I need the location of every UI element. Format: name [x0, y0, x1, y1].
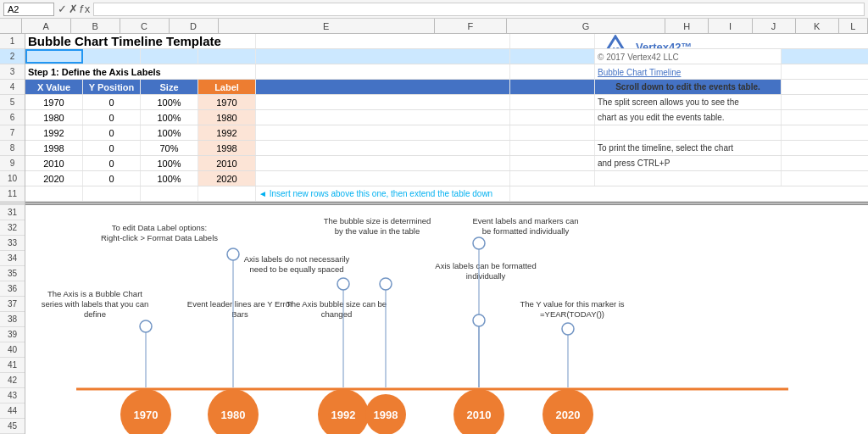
- annotation-axis-bubble1: The Axis is a Bubble Chart: [47, 289, 142, 298]
- cell-a8[interactable]: 1998: [25, 141, 83, 155]
- col-header-k[interactable]: K: [796, 19, 839, 33]
- cell-a6[interactable]: 1980: [25, 110, 83, 125]
- row-num-5[interactable]: 5: [0, 95, 25, 110]
- table-row: 1970 0 100% 1970 The split screen allows…: [25, 95, 868, 110]
- cell-c9[interactable]: 100%: [141, 156, 198, 170]
- row-num-11[interactable]: 11: [0, 186, 25, 202]
- column-headers: A B C D E F G H I J K L: [0, 19, 868, 34]
- title-cell[interactable]: Bubble Chart Timeline Template: [25, 34, 256, 48]
- checkmark-icon[interactable]: ✓: [58, 3, 67, 15]
- row-num-10[interactable]: 10: [0, 171, 25, 186]
- cell-c8[interactable]: 70%: [141, 141, 198, 155]
- cell-e1: [256, 34, 510, 48]
- cell-c10[interactable]: 100%: [141, 171, 198, 186]
- header-x: X Value: [25, 80, 83, 94]
- col-header-g[interactable]: G: [507, 19, 665, 33]
- cell-e2[interactable]: [256, 49, 510, 64]
- annotation-event-labels2: be formatted individually: [482, 226, 570, 236]
- cell-b2[interactable]: [83, 49, 141, 64]
- cell-a9[interactable]: 2010: [25, 156, 83, 170]
- function-icon[interactable]: f: [80, 3, 83, 15]
- row-num-4[interactable]: 4: [0, 80, 25, 95]
- cell-g7: [595, 125, 782, 140]
- cell-c2[interactable]: [141, 49, 198, 64]
- cell-f6: [510, 110, 595, 125]
- grid-body: 1 2 3 4 5 6 7 8 9 10 11 31 32 33 34 35 3…: [0, 34, 868, 434]
- cell-c5[interactable]: 100%: [141, 95, 198, 109]
- cell-b10[interactable]: 0: [83, 171, 141, 186]
- cell-d8[interactable]: 1998: [198, 141, 256, 155]
- cell-g3-link[interactable]: Bubble Chart Timeline: [595, 64, 782, 79]
- row-num-40[interactable]: 40: [0, 342, 25, 358]
- col-header-c[interactable]: C: [120, 19, 170, 33]
- cell-c6[interactable]: 100%: [141, 110, 198, 125]
- row-num-36[interactable]: 36: [0, 281, 25, 297]
- logo-cell: 42 Vertex42™: [595, 34, 866, 48]
- cell-a10[interactable]: 2020: [25, 171, 83, 186]
- row-num-9[interactable]: 9: [0, 156, 25, 171]
- row-num-1[interactable]: 1: [0, 34, 25, 49]
- row-num-38[interactable]: 38: [0, 312, 25, 327]
- formula-input[interactable]: [93, 3, 865, 16]
- col-header-e[interactable]: E: [219, 19, 435, 33]
- cell-a5[interactable]: 1970: [25, 95, 83, 109]
- event-marker-1970: [140, 320, 152, 332]
- cell-g6-info3: chart as you edit the events table.: [595, 110, 782, 125]
- cell-reference-input[interactable]: A2: [3, 3, 54, 16]
- grid-content: Bubble Chart Timeline Template 42: [25, 34, 868, 434]
- cell-b9[interactable]: 0: [83, 156, 141, 170]
- vertex42-link[interactable]: Bubble Chart Timeline: [598, 68, 681, 77]
- cell-d10[interactable]: 2020: [198, 171, 256, 186]
- cell-a7[interactable]: 1992: [25, 125, 83, 140]
- selected-cell-a2[interactable]: [25, 49, 83, 64]
- row-num-7[interactable]: 7: [0, 125, 25, 141]
- cell-b6[interactable]: 0: [83, 110, 141, 125]
- row-num-43[interactable]: 43: [0, 388, 25, 403]
- row-num-8[interactable]: 8: [0, 141, 25, 156]
- row-num-37[interactable]: 37: [0, 297, 25, 312]
- cell-e8: [256, 141, 510, 155]
- row-num-39[interactable]: 39: [0, 327, 25, 342]
- row-num-35[interactable]: 35: [0, 266, 25, 281]
- row-num-6[interactable]: 6: [0, 110, 25, 125]
- cell-d2[interactable]: [198, 49, 256, 64]
- row-num-2[interactable]: 2: [0, 49, 25, 64]
- formula-icons: ✓ ✗ f x: [58, 3, 90, 15]
- row-num-31[interactable]: 31: [0, 205, 25, 220]
- row-num-42[interactable]: 42: [0, 373, 25, 388]
- row-num-45[interactable]: 45: [0, 419, 25, 434]
- annotation-axis-bubble-size2: changed: [321, 309, 352, 319]
- col-header-f[interactable]: F: [435, 19, 507, 33]
- cancel-icon[interactable]: ✗: [69, 3, 78, 15]
- cell-d7[interactable]: 1992: [198, 125, 256, 140]
- row-num-41[interactable]: 41: [0, 358, 25, 373]
- col-header-h[interactable]: H: [665, 19, 709, 33]
- annotation-equally-spaced2: need to be equally spaced: [250, 264, 344, 274]
- cell-b5[interactable]: 0: [83, 95, 141, 109]
- cell-b8[interactable]: 0: [83, 141, 141, 155]
- cell-d6[interactable]: 1980: [198, 110, 256, 125]
- row-num-32[interactable]: 32: [0, 220, 25, 236]
- cell-d9[interactable]: 2010: [198, 156, 256, 170]
- event-marker-2010-low: [473, 314, 485, 326]
- col-header-a[interactable]: A: [22, 19, 71, 33]
- cell-c7[interactable]: 100%: [141, 125, 198, 140]
- cell-d5[interactable]: 1970: [198, 95, 256, 109]
- col-header-i[interactable]: I: [709, 19, 752, 33]
- insert-note: ◄ Insert new rows above this one, then e…: [256, 186, 510, 201]
- cell-g10: [595, 171, 782, 186]
- col-header-l[interactable]: L: [839, 19, 868, 33]
- row-num-44[interactable]: 44: [0, 403, 25, 419]
- header-y: Y Position: [83, 80, 141, 94]
- chart-container[interactable]: To edit Data Label options: Right-click …: [25, 205, 868, 434]
- row-num-33[interactable]: 33: [0, 236, 25, 251]
- row-num-3[interactable]: 3: [0, 64, 25, 80]
- col-header-d[interactable]: D: [170, 19, 219, 33]
- annotation-bubble-size2: by the value in the table: [335, 226, 420, 236]
- formula-bar: A2 ✓ ✗ f x: [0, 0, 868, 19]
- col-header-j[interactable]: J: [753, 19, 796, 33]
- col-header-b[interactable]: B: [71, 19, 120, 33]
- cell-b7[interactable]: 0: [83, 125, 141, 140]
- table-row: 2020 0 100% 2020: [25, 171, 868, 186]
- row-num-34[interactable]: 34: [0, 251, 25, 266]
